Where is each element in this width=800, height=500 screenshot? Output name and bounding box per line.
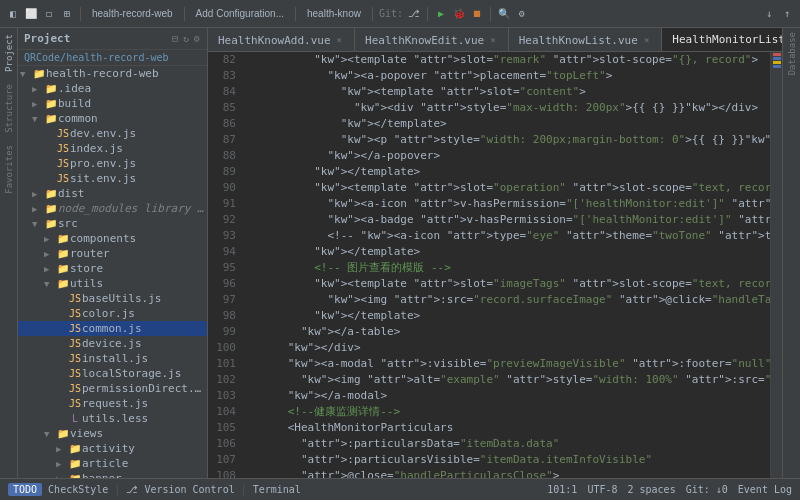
toolbar-icon-2: ⬜ <box>24 7 38 21</box>
tree-item-dist[interactable]: ▶ 📁 dist <box>18 186 207 201</box>
tab-close-hkedit[interactable]: × <box>488 34 497 46</box>
tree-item-build[interactable]: ▶ 📁 build <box>18 96 207 111</box>
line-number-107: 107 <box>208 452 244 468</box>
tree-item-request[interactable]: ▶ JS request.js <box>18 396 207 411</box>
tree-item-idea[interactable]: ▶ 📁 .idea <box>18 81 207 96</box>
sep-5 <box>427 7 428 21</box>
tree-item-activity[interactable]: ▶ 📁 activity <box>18 441 207 456</box>
tree-item-banner[interactable]: ▶ 📁 banner <box>18 471 207 478</box>
tree-item-dev-env[interactable]: ▶ JS dev.env.js <box>18 126 207 141</box>
stop-icon[interactable]: ⏹ <box>470 7 484 21</box>
git-status-item[interactable]: Git: ↓0 <box>686 484 728 495</box>
js-icon-base: JS <box>68 293 82 304</box>
tree-item-root[interactable]: ▼ 📁 health-record-web <box>18 66 207 81</box>
arrow-common: ▼ <box>32 114 44 124</box>
tree-item-index[interactable]: ▶ JS index.js <box>18 141 207 156</box>
gear-icon[interactable]: ⚙ <box>193 32 201 45</box>
tree-item-src[interactable]: ▼ 📁 src <box>18 216 207 231</box>
code-line-101: 101 "kw"><a-modal "attr">:visible="previ… <box>208 356 770 372</box>
tree-item-common[interactable]: ▼ 📁 common <box>18 111 207 126</box>
terminal-item[interactable]: Terminal <box>253 484 301 495</box>
debug-icon[interactable]: 🐞 <box>452 7 466 21</box>
collapse-icon[interactable]: ⊟ <box>171 32 179 45</box>
vcs-icon[interactable]: ↓ <box>762 7 776 21</box>
project-panel-icon[interactable]: Project <box>2 32 16 74</box>
tab-health-monitor-list[interactable]: HealthMonitorList.vue × <box>662 28 782 52</box>
tree-item-sit-env[interactable]: ▶ JS sit.env.js <box>18 171 207 186</box>
tree-label-src: src <box>58 217 78 230</box>
version-control-item[interactable]: ⎇ Version Control <box>126 484 234 495</box>
tree-label-req: request.js <box>82 397 148 410</box>
project-dropdown[interactable]: health-record-web <box>87 6 178 21</box>
sep-2 <box>184 7 185 21</box>
sidebar-title: Project <box>24 32 70 45</box>
tree-item-router[interactable]: ▶ 📁 router <box>18 246 207 261</box>
tab-health-know-edit[interactable]: HealthKnowEdit.vue × <box>355 28 509 52</box>
line-number-95: 95 <box>208 260 244 276</box>
indent-item[interactable]: 2 spaces <box>627 484 675 495</box>
todo-badge[interactable]: TODO <box>8 483 42 496</box>
line-content-107: "attr">:particularsVisible="itemData.ite… <box>244 452 770 468</box>
database-panel-icon[interactable]: Database <box>787 32 797 75</box>
arrow-store: ▶ <box>44 264 56 274</box>
line-number-88: 88 <box>208 148 244 164</box>
line-content-84: "kw"><template "attr">slot="content"> <box>244 84 770 100</box>
sep-4 <box>372 7 373 21</box>
tree-label-commonjs: common.js <box>82 322 142 335</box>
event-log-item[interactable]: Event Log <box>738 484 792 495</box>
checkstyle-item[interactable]: CheckStyle <box>48 484 108 495</box>
tab-close-hklist[interactable]: × <box>642 34 651 46</box>
tree-item-baseutils[interactable]: ▶ JS baseUtils.js <box>18 291 207 306</box>
sync-icon[interactable]: ↻ <box>182 32 190 45</box>
code-line-107: 107 "attr">:particularsVisible="itemData… <box>208 452 770 468</box>
tree-label-pro: pro.env.js <box>70 157 136 170</box>
tab-health-know-list[interactable]: HealthKnowList.vue × <box>509 28 663 52</box>
arrow-article: ▶ <box>56 459 68 469</box>
tree-item-device[interactable]: ▶ JS device.js <box>18 336 207 351</box>
run-icon[interactable]: ▶ <box>434 7 448 21</box>
code-editor[interactable]: 82 "kw"><template "attr">slot="remark" "… <box>208 52 770 478</box>
tree-item-node-modules[interactable]: ▶ 📁 node_modules library root <box>18 201 207 216</box>
tree-item-install[interactable]: ▶ JS install.js <box>18 351 207 366</box>
git-label: Git: <box>379 8 403 19</box>
run-config-dropdown[interactable]: health-know <box>302 6 366 21</box>
settings-icon[interactable]: ⚙ <box>515 7 529 21</box>
line-number-98: 98 <box>208 308 244 324</box>
tree-label-utils: utils <box>70 277 103 290</box>
search-icon[interactable]: 🔍 <box>497 7 511 21</box>
tree-item-localstorage[interactable]: ▶ JS localStorage.js <box>18 366 207 381</box>
tree-item-views[interactable]: ▼ 📁 views <box>18 426 207 441</box>
structure-panel-icon[interactable]: Structure <box>2 82 16 135</box>
code-line-98: 98 "kw"></template> <box>208 308 770 324</box>
tab-close-hkadd[interactable]: × <box>335 34 344 46</box>
favorites-panel-icon[interactable]: Favorites <box>2 143 16 196</box>
js-icon-color: JS <box>68 308 82 319</box>
tab-health-know-add[interactable]: HealthKnowAdd.vue × <box>208 28 355 52</box>
code-line-85: 85 "kw"><div "attr">style="max-width: 20… <box>208 100 770 116</box>
arrow-idea: ▶ <box>32 84 44 94</box>
tab-label-hkedit: HealthKnowEdit.vue <box>365 34 484 47</box>
folder-icon-dist: 📁 <box>44 188 58 199</box>
js-icon-req: JS <box>68 398 82 409</box>
tree-item-components[interactable]: ▶ 📁 components <box>18 231 207 246</box>
tree-item-pro-env[interactable]: ▶ JS pro.env.js <box>18 156 207 171</box>
tree-item-color[interactable]: ▶ JS color.js <box>18 306 207 321</box>
tree-item-article[interactable]: ▶ 📁 article <box>18 456 207 471</box>
tree-item-permdir[interactable]: ▶ JS permissionDirect.js <box>18 381 207 396</box>
arrow-src: ▼ <box>32 219 44 229</box>
line-number-82: 82 <box>208 52 244 68</box>
update-icon[interactable]: ↑ <box>780 7 794 21</box>
gutter-error <box>773 53 781 56</box>
line-content-103: "kw"></a-modal> <box>244 388 770 404</box>
status-bar-right: 101:1 UTF-8 2 spaces Git: ↓0 Event Log <box>547 484 792 495</box>
git-icon-status: ⎇ <box>126 484 138 495</box>
line-number-83: 83 <box>208 68 244 84</box>
add-config-button[interactable]: Add Configuration... <box>191 6 289 21</box>
tree-item-utils-less[interactable]: ▶ L utils.less <box>18 411 207 426</box>
tree-item-store[interactable]: ▶ 📁 store <box>18 261 207 276</box>
line-number-91: 91 <box>208 196 244 212</box>
line-number-99: 99 <box>208 324 244 340</box>
encoding-item[interactable]: UTF-8 <box>587 484 617 495</box>
tree-item-common-js[interactable]: ▶ JS common.js <box>18 321 207 336</box>
tree-item-utils[interactable]: ▼ 📁 utils <box>18 276 207 291</box>
